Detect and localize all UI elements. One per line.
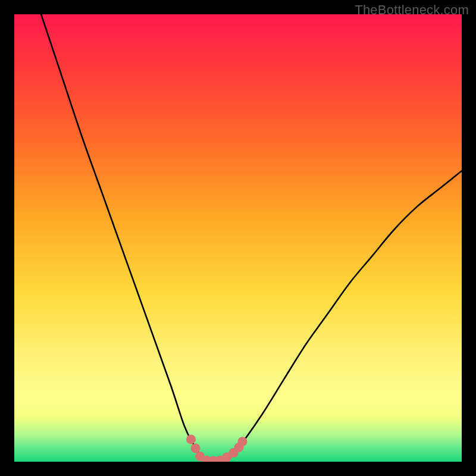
highlight-dot xyxy=(238,437,248,446)
bottleneck-curve xyxy=(41,14,462,462)
plot-area xyxy=(14,14,462,462)
highlight-dot xyxy=(186,434,196,444)
highlight-dots xyxy=(186,434,248,462)
curve-layer xyxy=(14,14,462,462)
chart-frame: TheBottleneck.com xyxy=(0,0,476,476)
watermark-text: TheBottleneck.com xyxy=(355,2,469,18)
highlight-dot xyxy=(191,443,201,453)
